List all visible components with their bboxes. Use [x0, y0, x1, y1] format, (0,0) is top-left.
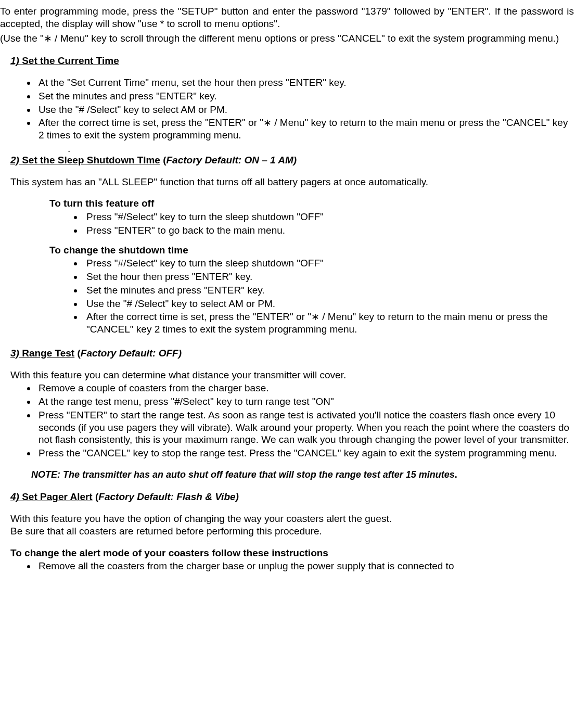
section-2-change-heading: To change the shutdown time: [49, 244, 576, 257]
section-3-note: NOTE: The transmitter has an auto shut o…: [31, 469, 576, 481]
section-4-desc-1: With this feature you have the option of…: [10, 513, 576, 525]
list-item: Set the hour then press "ENTER" key.: [83, 271, 576, 283]
list-item: Press "ENTER" to start the range test. A…: [36, 409, 576, 446]
section-4-desc-2: Be sure that all coasters are returned b…: [10, 525, 576, 538]
section-3-heading: 3) Range Test (Factory Default: OFF): [10, 347, 576, 360]
list-item: Use the "# /Select" key to select AM or …: [36, 104, 576, 116]
section-4-heading: 4) Set Pager Alert (Factory Default: Fla…: [10, 491, 576, 503]
section-3-list: Remove a couple of coasters from the cha…: [36, 382, 576, 459]
section-4-default: Factory Default: Flash & Vibe): [98, 491, 239, 502]
list-item: Remove all the coasters from the charger…: [36, 560, 576, 572]
list-item: Press "#/Select" key to turn the sleep s…: [83, 257, 576, 270]
list-item: After the correct time is set, press the…: [83, 311, 576, 336]
section-3-description: With this feature you can determine what…: [10, 369, 576, 381]
section-2-change-list: Press "#/Select" key to turn the sleep s…: [83, 257, 576, 336]
intro-paragraph-1: To enter programming mode, press the "SE…: [0, 5, 574, 30]
section-2-default: Factory Default: ON – 1 AM): [166, 155, 297, 165]
section-3-number: 3): [10, 348, 19, 359]
section-4-list: Remove all the coasters from the charger…: [36, 560, 576, 572]
list-item: At the "Set Current Time" menu, set the …: [36, 76, 576, 89]
list-item: Remove a couple of coasters from the cha…: [36, 382, 576, 394]
list-item: Press "ENTER" to go back to the main men…: [83, 224, 576, 237]
list-item: Set the minutes and press "ENTER" key.: [83, 284, 576, 297]
section-4-paren: (: [93, 491, 99, 502]
list-item: Press "#/Select" key to turn the sleep s…: [83, 211, 576, 223]
section-4-title: Set Pager Alert: [19, 491, 93, 502]
note-tail: .: [455, 469, 457, 480]
list-item: After the correct time is set, press the…: [36, 117, 576, 142]
section-3-title: Range Test: [19, 348, 74, 359]
section-2-title: Set the Sleep Shutdown Time: [19, 155, 160, 165]
list-item: Press the "CANCEL" key to stop the range…: [36, 447, 576, 459]
section-4-change-heading: To change the alert mode of your coaster…: [10, 547, 576, 559]
section-1-list: At the "Set Current Time" menu, set the …: [36, 76, 576, 142]
section-2-heading: 2) Set the Sleep Shutdown Time (Factory …: [10, 154, 576, 167]
section-1-number: 1): [10, 55, 19, 66]
section-4-number: 4): [10, 491, 19, 502]
note-text: NOTE: The transmitter has an auto shut o…: [31, 469, 455, 480]
stray-dot: .: [68, 143, 576, 146]
section-2-paren: (: [160, 155, 167, 165]
section-3-paren: (: [74, 348, 81, 359]
list-item: Set the minutes and press "ENTER" key.: [36, 90, 576, 103]
intro-paragraph-2: (Use the "∗ / Menu" key to scroll throug…: [0, 32, 574, 45]
section-2-off-list: Press "#/Select" key to turn the sleep s…: [83, 211, 576, 237]
section-1-title: Set the Current Time: [19, 55, 119, 66]
section-2-number: 2): [10, 155, 19, 165]
section-2-description: This system has an "ALL SLEEP" function …: [10, 176, 576, 188]
list-item: Use the "# /Select" key to select AM or …: [83, 298, 576, 310]
list-item: At the range test menu, press "#/Select"…: [36, 395, 576, 408]
section-2-off-heading: To turn this feature off: [49, 197, 576, 210]
section-1-heading: 1) Set the Current Time: [10, 55, 576, 67]
section-3-default: Factory Default: OFF): [81, 348, 182, 359]
